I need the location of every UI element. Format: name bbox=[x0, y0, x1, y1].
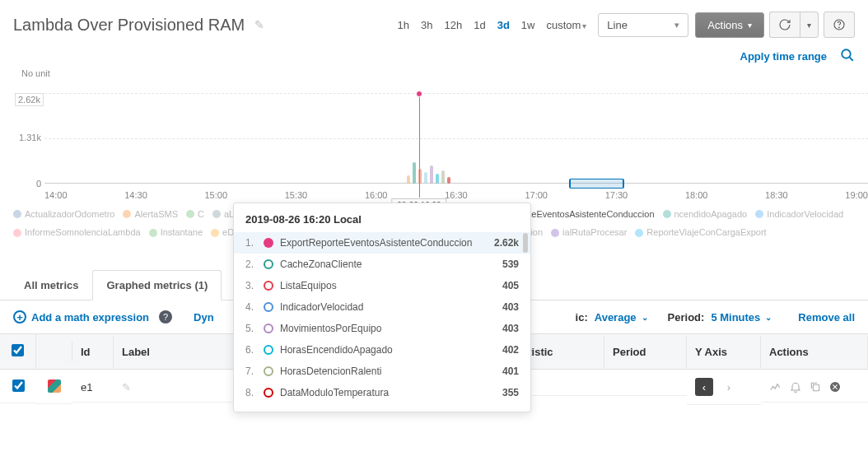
yaxis-right-button[interactable]: › bbox=[720, 378, 738, 396]
range-12h[interactable]: 12h bbox=[444, 19, 462, 31]
alarm-icon[interactable] bbox=[769, 380, 782, 393]
range-3d[interactable]: 3d bbox=[497, 19, 510, 31]
tooltip-row: 6.HorasEncendidoApagado402 bbox=[234, 339, 530, 361]
legend-item[interactable]: AlertaSMS bbox=[123, 206, 178, 223]
chart[interactable]: No unit 2.62k 1.31k 0 08-26 16:20 14:001… bbox=[0, 75, 868, 203]
tooltip-row: 3.ListaEquipos405 bbox=[234, 275, 530, 296]
chart-tooltip: 2019-08-26 16:20 Local 1.ExportReporteEv… bbox=[233, 203, 531, 412]
dynamic-labels-link[interactable]: Dyn bbox=[194, 311, 214, 324]
y-tick-mid: 1.31k bbox=[8, 133, 41, 142]
svg-rect-4 bbox=[813, 384, 819, 390]
legend-item[interactable]: InformeSomnolenciaLambda bbox=[13, 224, 141, 241]
x-axis-ticks: 14:0014:3015:00 15:3016:0016:30 17:0017:… bbox=[44, 190, 868, 200]
range-1w[interactable]: 1w bbox=[521, 19, 535, 31]
edit-label-icon[interactable]: ✎ bbox=[122, 381, 131, 393]
tooltip-row: 4.IndicadorVelocidad403 bbox=[234, 296, 530, 318]
legend-item[interactable]: ncendidoApagado bbox=[663, 206, 748, 223]
range-custom[interactable]: custom▾ bbox=[546, 19, 586, 31]
yaxis-left-button[interactable]: ‹ bbox=[695, 378, 713, 396]
metric-color-icon[interactable] bbox=[48, 380, 61, 393]
time-brush-selection[interactable] bbox=[569, 179, 624, 189]
help-icon bbox=[833, 18, 846, 31]
zoom-icon[interactable] bbox=[840, 48, 855, 65]
tooltip-scrollbar[interactable] bbox=[523, 233, 528, 253]
page-title: Lambda Over Provisioned RAM bbox=[13, 16, 245, 35]
apply-time-range-link[interactable]: Apply time range bbox=[740, 50, 827, 63]
refresh-icon bbox=[778, 18, 791, 31]
bell-icon[interactable] bbox=[789, 380, 802, 393]
period-select[interactable]: 5 Minutes ⌄ bbox=[711, 311, 772, 324]
legend-item[interactable]: Instantane bbox=[149, 224, 203, 241]
col-id: Id bbox=[72, 336, 114, 368]
row-checkbox[interactable] bbox=[12, 380, 25, 392]
tooltip-row: 7.HorasDetencionRalenti401 bbox=[234, 361, 530, 382]
tooltip-row: 5.MovimientosPorEquipo403 bbox=[234, 318, 530, 339]
legend-item[interactable]: ialRutaProcesar bbox=[551, 224, 627, 241]
col-yaxis: Y Axis bbox=[687, 336, 761, 368]
time-range-picker: 1h 3h 12h 1d 3d 1w custom▾ bbox=[398, 19, 587, 31]
edit-title-icon[interactable]: ✎ bbox=[254, 18, 264, 31]
y-tick-max: 2.62k bbox=[15, 93, 44, 106]
tooltip-row: 1.ExportReporteEventosAsistenteConduccio… bbox=[234, 232, 530, 254]
select-all-checkbox[interactable] bbox=[12, 344, 24, 356]
period-label: Period: bbox=[668, 311, 705, 324]
chart-cursor-point bbox=[416, 91, 422, 97]
statistic-label: ic: bbox=[576, 311, 588, 324]
col-period: Period bbox=[604, 336, 687, 368]
svg-line-3 bbox=[850, 58, 853, 61]
legend-item[interactable]: C bbox=[186, 206, 204, 223]
chart-data-points bbox=[407, 142, 473, 184]
col-actions: Actions bbox=[761, 336, 868, 368]
svg-point-2 bbox=[842, 49, 851, 58]
help-button[interactable] bbox=[824, 12, 855, 38]
y-axis-unit: No unit bbox=[21, 68, 50, 78]
remove-icon[interactable] bbox=[828, 380, 842, 393]
tooltip-row: 2.CacheZonaCliente539 bbox=[234, 254, 530, 275]
tab-all-metrics[interactable]: All metrics bbox=[10, 270, 92, 300]
tab-graphed-metrics[interactable]: Graphed metrics (1) bbox=[92, 270, 222, 300]
svg-point-1 bbox=[839, 27, 840, 28]
actions-button[interactable]: Actions▾ bbox=[695, 12, 764, 38]
y-tick-min: 0 bbox=[8, 179, 41, 189]
duplicate-icon[interactable] bbox=[809, 380, 822, 393]
legend-item[interactable]: ActualizadorOdometro bbox=[13, 206, 114, 223]
tooltip-row: 8.DataModuloTemperatura355 bbox=[234, 382, 530, 403]
range-1d[interactable]: 1d bbox=[474, 19, 485, 31]
plus-icon: + bbox=[13, 310, 26, 324]
add-math-expression-link[interactable]: + Add a math expression bbox=[13, 310, 149, 324]
refresh-button[interactable] bbox=[769, 12, 800, 38]
legend-item[interactable]: IndicadorVelocidad bbox=[755, 206, 843, 223]
range-1h[interactable]: 1h bbox=[398, 19, 409, 31]
chart-type-select[interactable]: Line bbox=[598, 13, 688, 37]
legend-item[interactable]: ReporteViajeConCargaExport bbox=[635, 224, 766, 241]
row-id: e1 bbox=[72, 373, 114, 403]
refresh-dropdown[interactable]: ▾ bbox=[800, 12, 819, 38]
expression-help-icon[interactable]: ? bbox=[159, 310, 172, 324]
statistic-select[interactable]: Average ⌄ bbox=[595, 311, 648, 324]
remove-all-link[interactable]: Remove all bbox=[798, 311, 855, 324]
range-3h[interactable]: 3h bbox=[421, 19, 432, 31]
tooltip-title: 2019-08-26 16:20 Local bbox=[234, 212, 530, 232]
